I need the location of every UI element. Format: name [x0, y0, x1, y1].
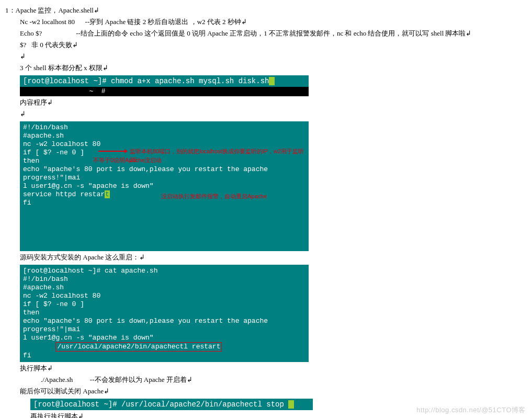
text-line: 能后你可以测试关闭 Apache↲ [5, 386, 527, 397]
highlighted-command: /usr/local/apache2/bin/apachectl restart [55, 342, 222, 352]
text-line: 3 个 shell 标本都分配 x 权限↲ [5, 63, 527, 73]
code-line: #apache.sh [23, 132, 305, 140]
code-line: fi [23, 352, 305, 360]
code-line: [root@localhost ~]# cat apache.sh [23, 267, 305, 275]
terminal-command-stop: [root@localhost ~]# /usr/local/apache2/b… [30, 399, 313, 410]
code-line: /usr/local/apache2/bin/apachectl restart [23, 342, 305, 352]
text-line: ./Apache.sh --不会发邮件以为 Apache 开启着↲ [5, 375, 527, 385]
annotation-text: 没启动执行发邮件报警，自动重启Apache [161, 192, 267, 200]
arrow-icon [98, 151, 124, 152]
terminal-text: [root@localhost ~]# chmod a+x apache.sh … [23, 77, 269, 85]
text-line: Nc -w2 localhost 80 --穿到 Apache 链接 2 秒后自… [5, 17, 527, 27]
code-line: #!/bin/bash [23, 275, 305, 284]
blank-line: ↲ [5, 51, 527, 62]
terminal-obscured-text: ~ # [56, 87, 106, 95]
code-line: l user1@g.cn -s "apache is down" [23, 334, 305, 342]
code-line: if [ $? -ne 0 ] [23, 300, 305, 309]
annotation-text: 不等于0说明Apache没启动 [93, 156, 162, 164]
text-line: Echo $? --结合上面的命令 echo 这个返回值是 0 说明 Apach… [5, 28, 527, 39]
code-line: echo "apache's 80 port is down,please yo… [23, 165, 305, 182]
terminal-script-apache: #!/bin/bash #apache.sh nc -w2 localhost … [20, 121, 309, 251]
code-line: l user1@g.cn -s "apache is down" [23, 182, 305, 190]
code-line: #apache.sh [23, 284, 305, 292]
blank-line: ↲ [5, 109, 527, 119]
text-line: 执行脚本↲ [5, 363, 527, 374]
terminal-command-chmod: [root@localhost ~]# chmod a+x apache.sh … [20, 75, 309, 87]
code-line: #!/bin/bash [23, 123, 305, 132]
terminal-cursor-icon [269, 77, 274, 85]
text-line: 源码安装方式安装的 Apache 这么重启：↲ [5, 252, 527, 263]
terminal-text: [root@localhost ~]# /usr/local/apache2/b… [33, 400, 288, 409]
code-line: then [23, 309, 305, 317]
terminal-cursor-icon: t [105, 190, 110, 198]
terminal-script-apache-source: [root@localhost ~]# cat apache.sh #!/bin… [20, 265, 309, 362]
title-line: 1：Apache 监控，Apache.shell↲ [5, 5, 527, 16]
code-line: nc -w2 localhost 80 [23, 292, 305, 300]
terminal-cursor-icon [288, 400, 293, 409]
text-line: $? 非 0 代表失败↲ [5, 40, 527, 50]
text-line: 再执行执行脚本↲ [5, 411, 527, 418]
text-line: 内容程序↲ [5, 97, 527, 108]
terminal-bottom-bar: ~ # [20, 87, 309, 96]
code-line: echo "apache's 80 port is down,please yo… [23, 317, 305, 334]
